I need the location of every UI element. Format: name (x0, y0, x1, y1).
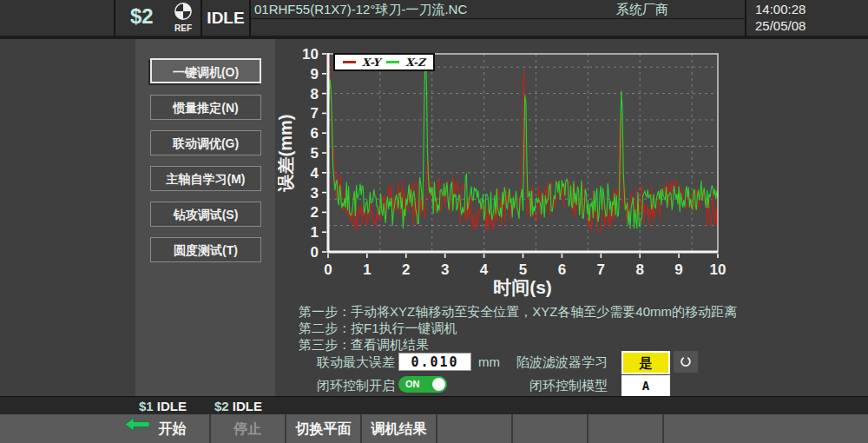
svg-text:1: 1 (311, 224, 319, 241)
legend-swatch-xy (343, 61, 356, 63)
program-cell: 01RHF55(R1X7)-12°球刀-一刀流.NC 系统厂商 (251, 0, 745, 19)
toggle-knob (432, 378, 445, 391)
softkey-tuning-result[interactable]: 调机结果 (362, 414, 437, 443)
sidebar-button-inertia-estimation[interactable]: 惯量推定(N) (150, 95, 261, 120)
clock-cell: 14:00:28 25/05/08 (746, 0, 868, 36)
sidebar-button-drill-tap-debug[interactable]: 钻攻调试(S) (150, 202, 261, 227)
legend-swatch-xz (386, 61, 399, 63)
closed-loop-model-value[interactable]: A (621, 375, 670, 397)
svg-text:8: 8 (635, 261, 643, 278)
svg-text:0: 0 (311, 244, 319, 261)
refresh-icon (678, 354, 694, 370)
previous-menu-arrow-icon[interactable] (125, 418, 149, 431)
svg-text:6: 6 (311, 125, 319, 142)
closed-loop-enable-label: 闭环控制开启 (286, 378, 395, 394)
machine-mode-badge: IDLE (202, 0, 249, 36)
svg-text:5: 5 (519, 261, 527, 278)
channel-1-status: $1 IDLE (139, 399, 187, 413)
channel-2-state: IDLE (233, 399, 262, 413)
closed-loop-toggle[interactable]: ON (398, 376, 447, 393)
chart-legend: X-Y X-Z (333, 53, 435, 71)
svg-text:2: 2 (402, 261, 410, 278)
svg-text:4: 4 (311, 165, 319, 182)
svg-text:5: 5 (311, 145, 319, 162)
channel-1-state: IDLE (157, 399, 187, 413)
instruction-step-1: 第一步：手动将XYZ轴移动至安全位置，XYZ各轴至少需要40mm的移动距离 (299, 304, 854, 321)
svg-text:7: 7 (597, 261, 605, 278)
svg-text:3: 3 (311, 185, 319, 202)
legend-label-xy: X-Y (362, 56, 380, 69)
toggle-on-text: ON (405, 379, 420, 389)
channel-2-id: $2 (214, 399, 229, 413)
softkey-spacer (0, 414, 135, 443)
active-channel-label: $2 (130, 4, 154, 29)
y-axis-label: 误差(mm) (278, 115, 295, 193)
function-sidebar: 一键调机(O) 惯量推定(N) 联动调优(G) 主轴自学习(M) 钻攻调试(S)… (135, 39, 275, 396)
softkey-empty-5[interactable] (437, 414, 513, 443)
channel-1-id: $1 (139, 399, 154, 413)
svg-text:2: 2 (311, 204, 319, 221)
channel-2-status: $2 IDLE (214, 399, 262, 413)
error-time-chart: 012345678910012345678910 误差(mm) 时间(s) (278, 42, 729, 302)
clock-time: 14:00:28 (755, 2, 806, 17)
softkey-switch-plane[interactable]: 切换平面 (286, 414, 362, 443)
svg-text:1: 1 (363, 261, 371, 278)
max-error-input[interactable] (398, 353, 471, 371)
sidebar-button-one-key-tuning[interactable]: 一键调机(O) (150, 58, 261, 83)
max-error-label: 联动最大误差 (286, 354, 395, 371)
notch-filter-value[interactable]: 是 (621, 351, 670, 374)
topbar-separator (114, 0, 115, 36)
chart-plot-area: 012345678910012345678910 (302, 46, 726, 278)
instruction-step-2: 第二步：按F1执行一键调机 (299, 321, 854, 337)
top-status-bar: $2 REF IDLE 01RHF55(R1X7)-12°球刀-一刀流.NC 系… (0, 0, 868, 39)
svg-text:8: 8 (311, 86, 319, 102)
svg-text:4: 4 (480, 261, 489, 278)
sidebar-button-linkage-tuning[interactable]: 联动调优(G) (150, 130, 261, 155)
channel-status-bar: $1 IDLE $2 IDLE (0, 396, 868, 415)
svg-text:10: 10 (302, 46, 319, 63)
svg-text:0: 0 (324, 261, 332, 278)
svg-text:3: 3 (441, 261, 449, 278)
softkey-empty-8 (664, 414, 868, 443)
instruction-step-3: 第三步：查看调机结果 (299, 337, 854, 354)
svg-text:6: 6 (558, 261, 566, 278)
cnc-tuning-screen: $2 REF IDLE 01RHF55(R1X7)-12°球刀-一刀流.NC 系… (0, 0, 868, 443)
vendor-label: 系统厂商 (616, 2, 668, 18)
softkey-stop[interactable]: 停止 (211, 414, 286, 443)
svg-text:7: 7 (311, 105, 319, 122)
svg-text:10: 10 (710, 261, 727, 278)
clock-date: 25/05/08 (755, 18, 806, 33)
program-file-name: 01RHF55(R1X7)-12°球刀-一刀流.NC (254, 2, 467, 18)
ref-label: REF (170, 24, 196, 33)
sidebar-button-roundness-test[interactable]: 圆度测试(T) (150, 237, 261, 262)
notch-filter-label: 陷波滤波器学习 (486, 354, 608, 371)
softkey-empty-7[interactable] (589, 414, 664, 443)
svg-text:9: 9 (311, 66, 319, 83)
x-axis-label: 时间(s) (493, 277, 552, 297)
reference-point-icon (174, 2, 193, 21)
ref-indicator: REF (170, 2, 196, 33)
svg-text:9: 9 (674, 261, 682, 278)
legend-label-xz: X-Z (405, 56, 425, 69)
sidebar-button-spindle-self-learn[interactable]: 主轴自学习(M) (150, 166, 261, 191)
closed-loop-model-label: 闭环控制模型 (486, 378, 608, 394)
notch-refresh-button[interactable] (674, 351, 698, 373)
softkey-empty-6[interactable] (513, 414, 589, 443)
